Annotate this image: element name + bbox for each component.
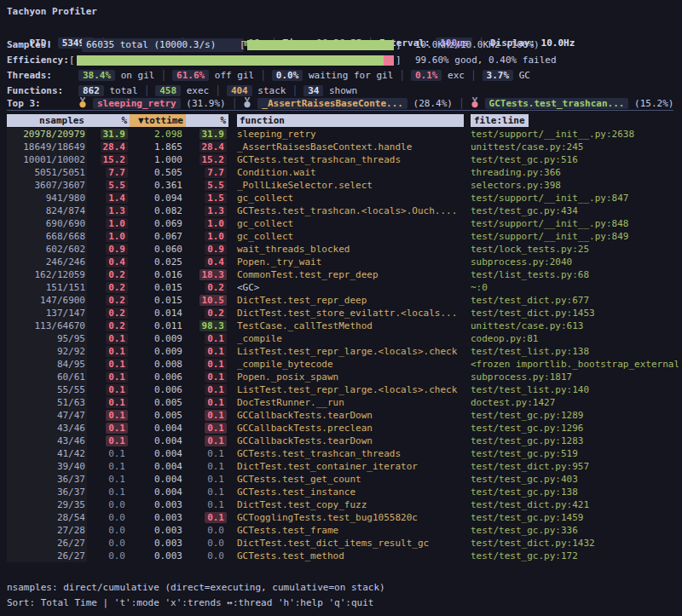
cell-function-name: CommonTest.test_repr_deep: [228, 268, 464, 281]
table-row[interactable]: 246/2460.40.0250.4Popen._try_waitsubproc…: [7, 256, 679, 268]
pct-direct-value: 1.3: [106, 205, 128, 216]
table-row[interactable]: 824/8741.30.0821.3GCTests.test_trashcan.…: [7, 204, 679, 217]
column-header-pct-direct[interactable]: %: [87, 114, 130, 127]
top-function-name[interactable]: _AssertRaisesBaseConte...: [257, 98, 407, 109]
cell-pct-cumulative: 28.4: [186, 141, 228, 153]
table-row[interactable]: 36/370.10.0040.1GCTests.test_get_countte…: [7, 473, 679, 486]
separator-bar: │: [465, 70, 483, 81]
table-row[interactable]: 147/69000.20.01510.5DictTest.test_repr_d…: [7, 294, 679, 307]
cell-nsamples: 137/147: [7, 307, 87, 320]
cell-function-name: <GC>: [228, 281, 464, 294]
cell-pct-cumulative: 98.3: [186, 320, 228, 332]
pct-cumulative-value: 0.1: [205, 410, 227, 421]
pct-direct-value: 0.0: [106, 525, 128, 536]
column-header-nsamples[interactable]: nsamples: [7, 114, 87, 127]
cell-nsamples: 5051/5051: [7, 166, 87, 179]
cell-pct-direct: 0.1: [87, 345, 130, 358]
cell-function-name: TestCase._callTestMethod: [228, 320, 464, 332]
pct-direct-value: 0.1: [106, 359, 128, 370]
table-row[interactable]: 26/270.00.0030.0GCTests.test_methodtest/…: [7, 550, 679, 562]
efficiency-bar: [77, 55, 394, 66]
table-row[interactable]: 941/9801.40.0941.5gc_collecttest/support…: [7, 192, 679, 204]
pct-direct-value: 0.2: [106, 269, 128, 280]
metric-suffix: exec: [181, 85, 209, 96]
table-row[interactable]: 10001/1000215.21.00015.2GCTests.test_tra…: [7, 153, 679, 166]
cell-file-line: test/test_list.py:138: [464, 345, 679, 358]
table-row[interactable]: 47/470.10.0050.1GCCallbackTests.tearDown…: [7, 409, 679, 422]
pct-direct-value: 7.7: [106, 167, 128, 178]
table-header: nsamples % ▼tottime % function file:line: [7, 113, 679, 127]
table-row[interactable]: 29/350.00.0030.1DictTest.test_copy_fuzzt…: [7, 498, 679, 511]
cell-nsamples: 10001/10002: [7, 153, 87, 166]
cell-tottime: 0.082: [130, 204, 186, 217]
metric-value: 61.6%: [172, 70, 209, 81]
table-row[interactable]: 5051/50517.70.5057.7Condition.waitthread…: [7, 166, 679, 179]
separator-bar: │: [453, 98, 471, 109]
efficiency-text: 99.60% good, 0.40% failed: [415, 54, 557, 67]
cell-tottime: 0.004: [130, 422, 186, 435]
table-row[interactable]: 137/1470.20.0140.2DictTest.test_store_ev…: [7, 307, 679, 320]
cell-function-name: _compile_bytecode: [228, 358, 464, 371]
column-header-file-line[interactable]: file:line: [471, 114, 529, 127]
cell-tottime: 0.004: [130, 435, 186, 447]
pct-cumulative-value: 5.5: [205, 180, 227, 191]
pct-cumulative-value: 0.1: [205, 359, 227, 370]
cell-pct-direct: 5.5: [87, 179, 130, 192]
table-row[interactable]: 92/920.10.0090.1ListTest.test_repr_large…: [7, 345, 679, 358]
cell-pct-cumulative: 0.1: [186, 486, 228, 498]
pct-cumulative-value: 0.1: [205, 499, 227, 510]
table-row[interactable]: 60/610.10.0060.1Popen._posix_spawnsubpro…: [7, 371, 679, 383]
cell-tottime: 0.003: [130, 524, 186, 537]
metric-suffix: waiting for gil: [303, 70, 393, 81]
pct-direct-value: 0.1: [106, 410, 128, 421]
cell-nsamples: 36/37: [7, 473, 87, 486]
top-function-pct: (15.2%): [628, 98, 673, 109]
table-row[interactable]: 26/270.00.0030.0DictTest.test_dict_items…: [7, 537, 679, 550]
table-row[interactable]: 27/280.00.0030.0GCTests.test_frametest/t…: [7, 524, 679, 537]
column-header-tottime-sorted[interactable]: ▼tottime: [130, 114, 186, 127]
top-function-name[interactable]: GCTests.test_trashcan...: [485, 98, 629, 109]
cell-pct-cumulative: 0.9: [186, 243, 228, 256]
table-row[interactable]: 668/6681.00.0671.0gc_collecttest/support…: [7, 230, 679, 243]
cell-pct-direct: 1.0: [87, 217, 130, 230]
pct-direct-value: 0.1: [106, 474, 128, 485]
table-row[interactable]: 51/630.10.0050.1DocTestRunner.__rundocte…: [7, 396, 679, 409]
table-row[interactable]: 113/646700.20.01198.3TestCase._callTestM…: [7, 320, 679, 332]
column-header-function[interactable]: function: [237, 114, 464, 127]
cell-file-line: test/list_tests.py:68: [464, 268, 679, 281]
table-row[interactable]: 41/420.10.0040.1GCTests.test_trashcan_th…: [7, 447, 679, 460]
table-row[interactable]: 602/6020.90.0600.9wait_threads_blockedte…: [7, 243, 679, 256]
cell-function-name: sleeping_retry: [228, 128, 464, 141]
cell-function-name: DocTestRunner.__run: [228, 396, 464, 409]
table-row[interactable]: 690/6901.00.0691.0gc_collecttest/support…: [7, 217, 679, 230]
metric-suffix: on gil: [115, 70, 154, 81]
cell-pct-cumulative: 1.3: [186, 204, 228, 217]
cell-pct-direct: 28.4: [87, 141, 130, 153]
column-header-pct-cumulative[interactable]: %: [186, 114, 228, 127]
table-row[interactable]: 18649/1864928.41.86528.4_AssertRaisesBas…: [7, 141, 679, 153]
pct-direct-value: 0.1: [106, 435, 128, 446]
top-function-name[interactable]: sleeping_retry: [93, 98, 181, 109]
cell-pct-cumulative: 0.1: [186, 435, 228, 447]
table-row[interactable]: 55/550.10.0060.1ListTest.test_repr_large…: [7, 383, 679, 396]
cell-nsamples: 26/27: [7, 550, 87, 562]
cell-pct-cumulative: 0.2: [186, 281, 228, 294]
table-row[interactable]: 36/370.10.0040.1GCTests.test_instancetes…: [7, 486, 679, 498]
cell-tottime: 0.003: [130, 550, 186, 562]
cell-file-line: test/test_dict.py:957: [464, 460, 679, 473]
table-row[interactable]: 3607/36075.50.3615.5_PollLikeSelector.se…: [7, 179, 679, 192]
cell-function-name: _AssertRaisesBaseContext.handle: [228, 141, 464, 153]
table-row[interactable]: 43/460.10.0040.1GCCallbackTests.preclean…: [7, 422, 679, 435]
table-row[interactable]: 43/460.10.0040.1GCCallbackTests.tearDown…: [7, 435, 679, 447]
table-row[interactable]: 20978/2097931.92.09831.9sleeping_retryte…: [7, 128, 679, 141]
table-row[interactable]: 39/400.10.0040.1DictTest.test_container_…: [7, 460, 679, 473]
metric-value: 0.1%: [411, 70, 442, 81]
pct-cumulative-value: 0.1: [205, 474, 227, 485]
table-row[interactable]: 95/950.10.0090.1_compilecodeop.py:81: [7, 332, 679, 345]
table-row[interactable]: 84/950.10.0080.1_compile_bytecode<frozen…: [7, 358, 679, 371]
cell-pct-cumulative: 1.0: [186, 230, 228, 243]
table-row[interactable]: 151/1510.20.0150.2<GC>~:0: [7, 281, 679, 294]
table-row[interactable]: 162/120590.20.01618.3CommonTest.test_rep…: [7, 268, 679, 281]
table-row[interactable]: 28/540.00.0030.1GCTogglingTests.test_bug…: [7, 511, 679, 524]
pct-direct-value: 5.5: [106, 180, 128, 191]
